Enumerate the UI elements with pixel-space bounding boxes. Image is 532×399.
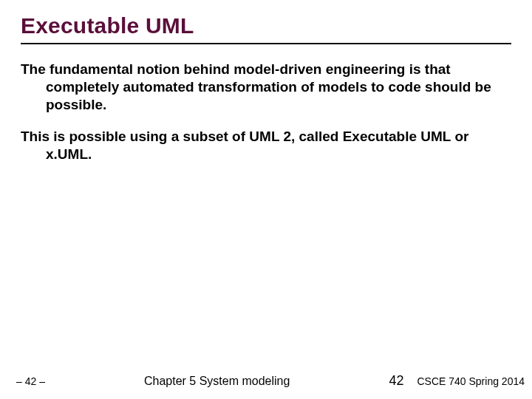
paragraph-2-text: This is possible using a subset of UML 2… bbox=[21, 128, 511, 163]
paragraph-1-text: The fundamental notion behind model-driv… bbox=[21, 61, 511, 113]
footer-slide-number-left: – 42 – bbox=[16, 375, 45, 387]
slide-footer: – 42 – Chapter 5 System modeling 42 CSCE… bbox=[0, 373, 532, 389]
title-divider bbox=[21, 43, 511, 44]
paragraph-2: This is possible using a subset of UML 2… bbox=[21, 128, 511, 163]
footer-course: CSCE 740 Spring 2014 bbox=[417, 375, 525, 387]
footer-chapter: Chapter 5 System modeling bbox=[45, 375, 389, 388]
slide-title: Executable UML bbox=[21, 13, 511, 38]
footer-page-number: 42 bbox=[389, 373, 403, 389]
paragraph-1: The fundamental notion behind model-driv… bbox=[21, 61, 511, 113]
